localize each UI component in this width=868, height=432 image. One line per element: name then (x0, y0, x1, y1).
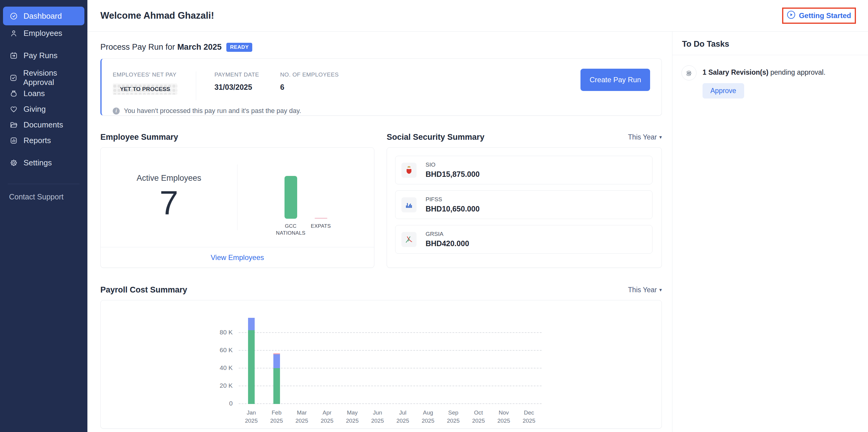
sidebar-item-label: Employees (24, 29, 62, 38)
sidebar-item-dashboard[interactable]: Dashboard (3, 7, 84, 25)
x-axis-label: Dec2025 (516, 409, 541, 425)
play-circle-icon (787, 10, 795, 21)
sidebar-item-revisions-approval[interactable]: Revisions Approval (0, 70, 87, 86)
payruns-icon (9, 51, 18, 60)
view-employees-link[interactable]: View Employees (211, 253, 264, 262)
annotation-highlight: Getting Started (782, 7, 856, 24)
payrun-info-text: You haven't processed this pay run and i… (124, 107, 301, 115)
sidebar-item-reports[interactable]: Reports (0, 133, 87, 148)
payrun-section-title: Process Pay Run for March 2025 (100, 42, 221, 52)
x-axis-label: Nov2025 (491, 409, 517, 425)
bar-segment-blue-segment (248, 318, 255, 330)
bar-segment-blue-segment (273, 354, 280, 368)
y-axis-tick: 0 (205, 400, 233, 407)
bar-segment-green-segment (248, 330, 255, 404)
chevron-down-icon: ▾ (659, 287, 662, 293)
info-icon: i (113, 107, 120, 114)
payroll-cost-period-dropdown[interactable]: This Year ▾ (628, 286, 662, 294)
gridline: 60 K (239, 350, 541, 351)
status-badge: READY (226, 43, 252, 52)
employee-chart-slot: GCCNATIONALS (276, 155, 306, 240)
gridline: 0 (239, 403, 541, 404)
sidebar-item-label: Pay Runs (24, 51, 58, 60)
payroll-cost-card: 020 K40 K60 K80 K Jan2025Feb2025Mar2025A… (100, 300, 662, 429)
sidebar-divider (8, 184, 80, 184)
x-axis: Jan2025Feb2025Mar2025Apr2025May2025Jun20… (239, 409, 541, 425)
x-axis-label: Jul2025 (390, 409, 415, 425)
active-employees-label: Active Employees (136, 173, 201, 183)
bar-segment-pink-segment (273, 353, 280, 354)
net-pay-column: EMPLOYEES' NET PAY YET TO PROCESS (113, 71, 177, 100)
sidebar-item-label: Documents (24, 120, 63, 130)
gridline: 40 K (239, 368, 541, 368)
sidebar: Dashboard Employees Pay Runs Revisions A… (0, 0, 87, 432)
payroll-cost-title: Payroll Cost Summary (100, 285, 187, 295)
payment-date-label: PAYMENT DATE (214, 71, 259, 78)
social-security-period-dropdown[interactable]: This Year ▾ (628, 133, 662, 141)
content-area: Welcome Ahmad Ghazali! Getting Started P… (87, 0, 868, 432)
payrun-card: EMPLOYEES' NET PAY YET TO PROCESS PAYMEN… (100, 59, 662, 116)
sidebar-item-documents[interactable]: Documents (0, 117, 87, 133)
x-axis-label: Aug2025 (415, 409, 441, 425)
employee-bar (315, 218, 327, 219)
pifss-label: PIFSS (426, 196, 479, 203)
todo-task-text: 1 Salary Revision(s) pending approval. (703, 68, 826, 76)
gear-icon (9, 158, 18, 167)
sidebar-item-label: Loans (24, 89, 45, 98)
active-employees-block: Active Employees 7 (101, 147, 237, 247)
sidebar-item-label: Revisions Approval (23, 68, 87, 87)
top-header: Welcome Ahmad Ghazali! Getting Started (87, 0, 868, 32)
grsia-label: GRSIA (426, 231, 469, 237)
x-axis-label: Apr2025 (314, 409, 340, 425)
payment-date-value: 31/03/2025 (214, 83, 259, 92)
y-axis-tick: 40 K (205, 364, 233, 371)
employee-bar-label: GCCNATIONALS (276, 223, 306, 240)
gridline: 80 K (239, 332, 541, 333)
employee-count-label: NO. OF EMPLOYEES (280, 71, 339, 78)
payment-date-column: PAYMENT DATE 31/03/2025 (214, 71, 259, 100)
page-title: Welcome Ahmad Ghazali! (100, 10, 214, 21)
social-security-row-pifss: PIFSS BHD10,650.000 (395, 190, 652, 219)
sio-label: SIO (426, 162, 479, 168)
approve-button[interactable]: Approve (703, 83, 744, 99)
heart-icon (9, 104, 18, 113)
money-bag-icon (9, 89, 18, 98)
x-axis-label: May2025 (340, 409, 365, 425)
sidebar-item-pay-runs[interactable]: Pay Runs (0, 47, 87, 63)
todo-title: To Do Tasks (673, 32, 868, 55)
x-axis-label: Oct2025 (466, 409, 491, 425)
y-axis-tick: 60 K (205, 346, 233, 354)
pifss-logo-icon (401, 197, 416, 212)
employee-nationality-chart: GCCNATIONALSEXPATS (276, 155, 336, 240)
employee-chart-slot: EXPATS (306, 155, 336, 240)
main-panel: Process Pay Run for March 2025 READY EMP… (87, 32, 672, 432)
employee-summary-title: Employee Summary (100, 133, 178, 142)
folder-icon (9, 120, 18, 129)
sidebar-item-giving[interactable]: Giving (0, 101, 87, 117)
social-security-row-grsia: GRSIA BHD420.000 (395, 225, 652, 254)
x-axis-label: Jan2025 (239, 409, 264, 425)
create-pay-run-button[interactable]: Create Pay Run (581, 69, 650, 91)
chevron-down-icon: ▾ (659, 134, 662, 140)
contact-support-link[interactable]: Contact Support (0, 193, 87, 201)
net-pay-label: EMPLOYEES' NET PAY (113, 71, 177, 78)
employee-count-value: 6 (280, 83, 339, 92)
bar-segment-green-segment (273, 368, 280, 404)
getting-started-button[interactable]: Getting Started (787, 10, 851, 21)
coins-icon (681, 65, 696, 80)
checkbox-icon (9, 73, 18, 82)
grsia-amount: BHD420.000 (426, 239, 469, 248)
employee-count-column: NO. OF EMPLOYEES 6 (280, 71, 339, 100)
dashboard-icon (9, 11, 18, 21)
social-security-row-sio: SIO BHD15,875.000 (395, 156, 652, 185)
column-divider (196, 71, 196, 100)
sidebar-item-label: Settings (24, 158, 52, 167)
sidebar-item-employees[interactable]: Employees (0, 25, 87, 41)
sidebar-item-settings[interactable]: Settings (0, 155, 87, 170)
sidebar-item-label: Reports (24, 136, 51, 145)
y-axis-tick: 20 K (205, 382, 233, 389)
sio-emblem-icon (401, 163, 416, 178)
x-axis-label: Feb2025 (264, 409, 289, 425)
social-security-card: SIO BHD15,875.000 (387, 147, 662, 268)
sidebar-item-loans[interactable]: Loans (0, 86, 87, 101)
